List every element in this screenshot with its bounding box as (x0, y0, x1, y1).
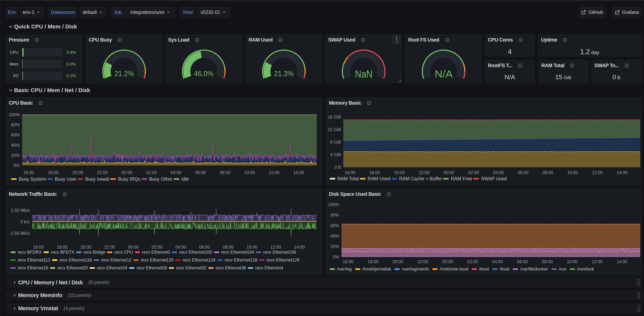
svg-text:46.0%: 46.0% (194, 69, 214, 78)
svg-text:08:00: 08:00 (542, 259, 553, 264)
svg-text:10:00: 10:00 (244, 170, 255, 175)
svg-text:20%: 20% (330, 244, 339, 249)
svg-text:08:00: 08:00 (542, 170, 554, 175)
svg-text:20:00: 20:00 (392, 259, 404, 264)
svg-text:20:00: 20:00 (394, 170, 405, 175)
svg-text:04:00: 04:00 (492, 259, 503, 264)
svg-text:18:00: 18:00 (48, 170, 58, 175)
svg-text:10:00: 10:00 (567, 259, 578, 264)
svg-text:12:00: 12:00 (270, 245, 281, 250)
svg-text:0%: 0% (14, 163, 20, 168)
svg-text:22:00: 22:00 (104, 245, 115, 250)
svg-text:10:00: 10:00 (567, 170, 578, 175)
svg-text:08:00: 08:00 (220, 170, 230, 175)
svg-text:0 b/s: 0 b/s (20, 220, 30, 224)
svg-text:16:00: 16:00 (344, 170, 355, 175)
svg-text:00:00: 00:00 (122, 170, 132, 175)
svg-text:16:00: 16:00 (33, 245, 44, 250)
svg-text:22:00: 22:00 (419, 170, 430, 175)
svg-text:100%: 100% (8, 112, 20, 117)
svg-text:22:00: 22:00 (97, 170, 108, 175)
svg-text:0%: 0% (333, 254, 339, 260)
svg-text:04:00: 04:00 (493, 170, 504, 175)
svg-text:06:00: 06:00 (518, 170, 529, 175)
svg-text:-2.50 Mb/s: -2.50 Mb/s (9, 231, 30, 236)
svg-text:0 B: 0 B (334, 165, 341, 170)
svg-text:12:00: 12:00 (269, 170, 280, 175)
svg-text:04:00: 04:00 (170, 170, 182, 175)
svg-text:14:00: 14:00 (617, 170, 628, 175)
svg-text:2.50 Mb/s: 2.50 Mb/s (11, 208, 30, 213)
svg-text:02:00: 02:00 (468, 170, 479, 175)
svg-text:06:00: 06:00 (195, 170, 206, 175)
svg-text:02:00: 02:00 (467, 259, 478, 264)
svg-text:00:00: 00:00 (444, 170, 454, 175)
svg-text:12 GiB: 12 GiB (328, 127, 341, 132)
svg-text:10:00: 10:00 (246, 245, 258, 250)
svg-text:N/A: N/A (435, 68, 453, 80)
svg-text:4 GiB: 4 GiB (330, 152, 341, 157)
svg-text:14:00: 14:00 (293, 170, 304, 175)
svg-text:22:00: 22:00 (418, 259, 428, 264)
svg-text:40%: 40% (11, 143, 20, 148)
svg-text:21.2%: 21.2% (114, 69, 134, 78)
svg-text:14:00: 14:00 (294, 245, 305, 250)
svg-text:60%: 60% (11, 132, 20, 138)
svg-text:12:00: 12:00 (592, 170, 603, 175)
svg-text:100%: 100% (328, 202, 339, 207)
svg-text:02:00: 02:00 (146, 170, 157, 175)
svg-text:02:00: 02:00 (152, 245, 162, 250)
svg-text:20:00: 20:00 (72, 170, 83, 175)
svg-text:21.3%: 21.3% (274, 69, 294, 78)
svg-text:8 GiB: 8 GiB (330, 140, 341, 144)
svg-text:04:00: 04:00 (176, 245, 186, 250)
svg-text:80%: 80% (330, 213, 339, 218)
svg-text:14:00: 14:00 (617, 259, 628, 264)
svg-text:60%: 60% (330, 223, 339, 228)
svg-text:20:00: 20:00 (80, 245, 91, 250)
svg-text:12:00: 12:00 (592, 259, 603, 264)
svg-text:18:00: 18:00 (368, 259, 378, 264)
svg-text:16:00: 16:00 (343, 259, 354, 264)
svg-text:06:00: 06:00 (199, 245, 210, 250)
svg-text:00:00: 00:00 (442, 259, 453, 264)
svg-text:00:00: 00:00 (128, 245, 139, 250)
svg-text:NaN: NaN (355, 68, 372, 80)
svg-text:40%: 40% (330, 234, 339, 238)
svg-text:16 GiB: 16 GiB (328, 114, 341, 120)
svg-text:20%: 20% (11, 153, 20, 158)
svg-text:18:00: 18:00 (57, 245, 68, 250)
svg-text:18:00: 18:00 (369, 170, 380, 175)
svg-text:16:00: 16:00 (23, 170, 34, 175)
svg-text:06:00: 06:00 (517, 259, 528, 264)
svg-text:80%: 80% (11, 122, 20, 127)
svg-text:08:00: 08:00 (223, 245, 234, 250)
